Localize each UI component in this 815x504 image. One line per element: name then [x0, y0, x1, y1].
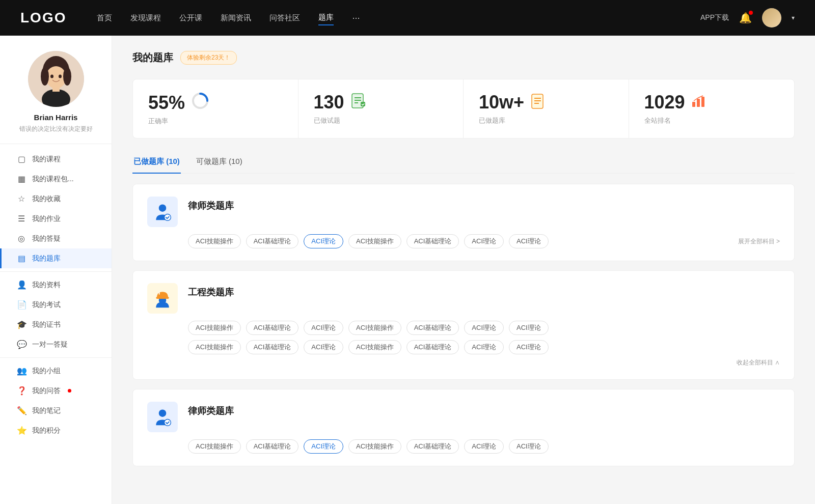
trial-badge: 体验剩余23天！	[180, 51, 237, 65]
nav-right: APP下载 🔔 ▾	[700, 8, 795, 27]
qbank-header-lawyer1: 律师类题库	[147, 197, 780, 227]
sidebar-item-points[interactable]: ⭐ 我的积分	[0, 421, 112, 440]
stat-done-value: 130	[314, 92, 344, 113]
eng-tag-r1-0[interactable]: ACI技能操作	[188, 321, 241, 335]
tag-5[interactable]: ACI理论	[464, 234, 504, 248]
stat-banks-label: 已做题库	[479, 116, 613, 125]
stat-ranking: 1029 全站排名	[629, 79, 795, 138]
eng-tag-r2-5[interactable]: ACI理论	[464, 340, 504, 354]
nav-discover[interactable]: 发现课程	[130, 11, 161, 25]
sidebar-item-label: 我的课程	[32, 155, 61, 164]
qbank-card-lawyer1: 律师类题库 ACI技能操作 ACI基础理论 ACI理论 ACI技能操作 ACI基…	[132, 184, 795, 261]
top-navigation: LOGO 首页 发现课程 公开课 新闻资讯 问答社区 题库 ··· APP下载 …	[0, 0, 815, 36]
nav-opencourse[interactable]: 公开课	[179, 11, 202, 25]
user-menu-caret[interactable]: ▾	[792, 14, 795, 21]
law2-tag-1[interactable]: ACI基础理论	[246, 439, 299, 454]
tag-6[interactable]: ACI理论	[509, 234, 549, 248]
tag-3[interactable]: ACI技能操作	[348, 234, 401, 248]
course-icon: ▢	[17, 154, 26, 164]
app-download-link[interactable]: APP下载	[700, 13, 729, 22]
law2-tag-2-active[interactable]: ACI理论	[304, 439, 343, 454]
tag-0[interactable]: ACI技能操作	[188, 234, 241, 248]
user-avatar[interactable]	[762, 8, 781, 27]
qbank-icon-engineer	[147, 283, 178, 314]
page-title: 我的题库	[132, 51, 173, 65]
sidebar-item-myqa[interactable]: ❓ 我的问答	[0, 381, 112, 401]
tag-4[interactable]: ACI基础理论	[406, 234, 459, 248]
sidebar-item-group[interactable]: 👥 我的小组	[0, 361, 112, 381]
sidebar-item-qa[interactable]: ◎ 我的答疑	[0, 229, 112, 248]
stat-ranking-icon	[691, 93, 708, 113]
svg-rect-21	[697, 99, 700, 107]
eng-tag-r2-4[interactable]: ACI基础理论	[406, 340, 459, 354]
eng-tag-r1-1[interactable]: ACI基础理论	[246, 321, 299, 335]
notes-icon: ✏️	[17, 406, 26, 415]
svg-point-7	[50, 75, 53, 78]
eng-tag-r1-5[interactable]: ACI理论	[464, 321, 504, 335]
nav-home[interactable]: 首页	[97, 11, 112, 25]
svg-point-3	[41, 67, 49, 86]
sidebar-item-courses[interactable]: ▢ 我的课程	[0, 149, 112, 169]
sidebar-item-certificate[interactable]: 🎓 我的证书	[0, 315, 112, 334]
qbank-title-engineer: 工程类题库	[188, 283, 234, 298]
notification-bell[interactable]: 🔔	[739, 12, 752, 24]
sidebar-item-favorites[interactable]: ☆ 我的收藏	[0, 189, 112, 209]
stat-accuracy: 55% 正确率	[133, 79, 298, 138]
sidebar-item-label: 我的积分	[32, 426, 61, 435]
sidebar-item-label: 我的考试	[32, 300, 61, 310]
tab-done[interactable]: 已做题库 (10)	[132, 153, 181, 174]
sidebar-tagline: 错误的决定比没有决定要好	[19, 125, 93, 133]
eng-tag-r2-3[interactable]: ACI技能操作	[348, 340, 401, 354]
sidebar-item-profile[interactable]: 👤 我的资料	[0, 275, 112, 295]
avatar-illustration	[28, 51, 84, 107]
law2-tag-6[interactable]: ACI理论	[509, 439, 549, 454]
tag-1[interactable]: ACI基础理论	[246, 234, 299, 248]
tag-2-active[interactable]: ACI理论	[304, 234, 343, 248]
star-icon: ☆	[17, 194, 26, 204]
law2-tag-5[interactable]: ACI理论	[464, 439, 504, 454]
nav-qbank[interactable]: 题库	[318, 11, 334, 25]
law2-tag-0[interactable]: ACI技能操作	[188, 439, 241, 454]
eng-tag-r2-2[interactable]: ACI理论	[304, 340, 343, 354]
sidebar-item-homework[interactable]: ☰ 我的作业	[0, 209, 112, 229]
sidebar-item-exam[interactable]: 📄 我的考试	[0, 295, 112, 315]
law2-tag-4[interactable]: ACI基础理论	[406, 439, 459, 454]
homework-icon: ☰	[17, 214, 26, 223]
eng-tag-r1-2[interactable]: ACI理论	[304, 321, 343, 335]
nav-more[interactable]: ···	[352, 13, 360, 23]
stat-done-questions: 130 已做试题	[298, 79, 464, 138]
expand-link-1[interactable]: 展开全部科目 >	[738, 237, 780, 246]
eng-tag-r2-0[interactable]: ACI技能操作	[188, 340, 241, 354]
sidebar-item-coursepack[interactable]: ▦ 我的课程包...	[0, 169, 112, 189]
qbank-card-engineer: 工程类题库 ACI技能操作 ACI基础理论 ACI理论 ACI技能操作 ACI基…	[132, 270, 795, 380]
nav-qa[interactable]: 问答社区	[269, 11, 300, 25]
collapse-link[interactable]: 收起全部科目 ∧	[147, 358, 780, 367]
qbank-icon: ▤	[17, 254, 26, 263]
sidebar-divider-2	[0, 357, 112, 358]
eng-tag-r1-4[interactable]: ACI基础理论	[406, 321, 459, 335]
sidebar-item-qbank[interactable]: ▤ 我的题库	[0, 248, 112, 268]
eng-tag-r1-6[interactable]: ACI理论	[509, 321, 549, 335]
stat-banks-icon	[530, 93, 547, 113]
exam-icon: 📄	[17, 300, 26, 310]
sidebar-item-label: 我的答疑	[32, 234, 61, 243]
eng-tag-r2-1[interactable]: ACI基础理论	[246, 340, 299, 354]
sidebar-item-notes[interactable]: ✏️ 我的笔记	[0, 401, 112, 421]
svg-rect-26	[156, 297, 169, 299]
page-header: 我的题库 体验剩余23天！	[132, 51, 795, 65]
stat-ranking-value: 1029	[644, 92, 685, 113]
tab-available[interactable]: 可做题库 (10)	[195, 153, 243, 174]
nav-news[interactable]: 新闻资讯	[221, 11, 251, 25]
sidebar-item-label: 我的资料	[32, 281, 61, 290]
law2-tag-3[interactable]: ACI技能操作	[348, 439, 401, 454]
sidebar-item-label: 我的笔记	[32, 406, 61, 415]
sidebar-item-1on1[interactable]: 💬 一对一答疑	[0, 334, 112, 354]
points-icon: ⭐	[17, 426, 26, 435]
qbank-icon-lawyer1	[147, 197, 178, 227]
coursepack-icon: ▦	[17, 174, 26, 184]
svg-rect-15	[361, 102, 365, 106]
eng-tag-r2-6[interactable]: ACI理论	[509, 340, 549, 354]
eng-tag-r1-3[interactable]: ACI技能操作	[348, 321, 401, 335]
qbank-title-lawyer2: 律师类题库	[188, 402, 234, 417]
nav-links: 首页 发现课程 公开课 新闻资讯 问答社区 题库 ···	[97, 11, 700, 25]
